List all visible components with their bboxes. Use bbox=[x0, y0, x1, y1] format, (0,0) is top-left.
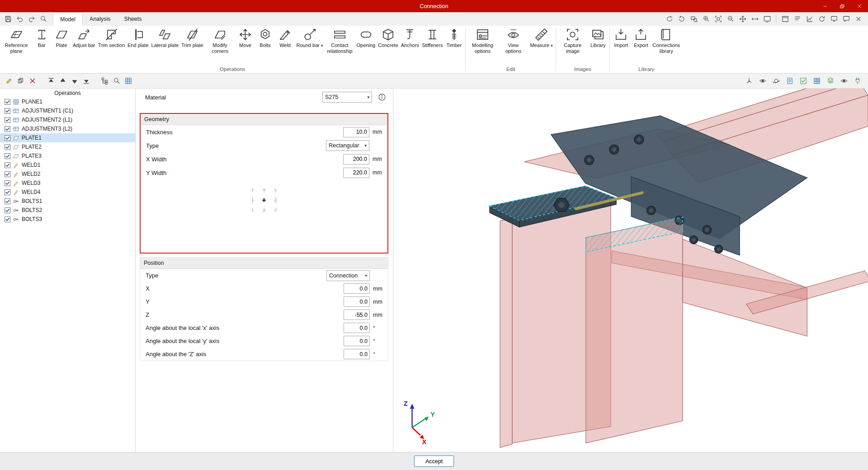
tree-item-bolts1[interactable]: BOLTS1 bbox=[0, 197, 135, 206]
ribbon-button-library[interactable]: Library bbox=[588, 27, 608, 49]
tree-item-adjustment1-c1[interactable]: ADJUSTMENT1 (C1) bbox=[0, 106, 135, 115]
angle-about-the-z-axis-input[interactable] bbox=[344, 349, 370, 359]
ribbon-button-concrete[interactable]: Concrete bbox=[377, 27, 400, 49]
ribbon-button-round-bar[interactable]: Round bar ▾ bbox=[295, 27, 325, 50]
thickness-input[interactable] bbox=[343, 127, 369, 137]
checkbox[interactable] bbox=[5, 189, 10, 195]
3d-model-canvas[interactable]: Z Y X bbox=[393, 89, 868, 452]
tab-sheets[interactable]: Sheets bbox=[118, 12, 149, 26]
tree-item-plate2[interactable]: PLATE2 bbox=[0, 142, 135, 151]
anchor-cell-1[interactable]: ┬ bbox=[258, 184, 270, 195]
ribbon-button-reference-plane[interactable]: Reference plane bbox=[1, 27, 32, 55]
ribbon-button-capture-image[interactable]: Capture image bbox=[557, 27, 588, 55]
tree-item-plane1[interactable]: PLANE1 bbox=[0, 97, 135, 106]
redo-button[interactable] bbox=[26, 14, 37, 24]
checkbox[interactable] bbox=[5, 126, 10, 132]
checkbox[interactable] bbox=[5, 144, 10, 150]
close-panel-button[interactable] bbox=[853, 14, 863, 24]
ribbon-button-lateral-plate[interactable]: Lateral plate bbox=[150, 27, 180, 49]
minimize-button[interactable] bbox=[816, 0, 834, 12]
tree-item-weld4[interactable]: WELD4 bbox=[0, 188, 135, 197]
save-button[interactable] bbox=[3, 14, 13, 24]
ribbon-button-weld[interactable]: Weld bbox=[275, 27, 295, 49]
frame-button[interactable] bbox=[780, 14, 790, 24]
tree-item-weld1[interactable]: WELD1 bbox=[0, 160, 135, 169]
comment-button[interactable] bbox=[841, 14, 851, 24]
eye-button[interactable] bbox=[757, 76, 768, 86]
type-select[interactable]: Rectangular▾ bbox=[326, 140, 369, 151]
ribbon-button-modelling-options[interactable]: Modelling options bbox=[467, 27, 498, 55]
tab-analysis[interactable]: Analysis bbox=[83, 12, 118, 26]
ribbon-button-contact-relationship[interactable]: Contact relationship bbox=[325, 27, 355, 55]
z-input[interactable] bbox=[344, 310, 370, 320]
checkbox[interactable] bbox=[5, 162, 10, 168]
move-up-button[interactable] bbox=[57, 76, 68, 86]
copy-button[interactable] bbox=[15, 76, 26, 86]
delete-button[interactable] bbox=[27, 76, 38, 86]
eye2-button[interactable] bbox=[839, 76, 849, 86]
anchor-cell-3[interactable]: ├ bbox=[246, 195, 258, 206]
report-button[interactable] bbox=[784, 76, 795, 86]
tree-item-plate1[interactable]: PLATE1 bbox=[0, 133, 135, 142]
checkbox[interactable] bbox=[5, 171, 10, 177]
anchor-cell-4[interactable]: + bbox=[258, 195, 270, 206]
ribbon-button-move[interactable]: Move bbox=[236, 27, 255, 49]
anchor-cell-7[interactable]: ┴ bbox=[258, 206, 270, 216]
anchor-cell-6[interactable]: └ bbox=[246, 206, 258, 216]
ribbon-button-export[interactable]: Export bbox=[631, 27, 651, 49]
y-width-input[interactable] bbox=[343, 168, 369, 178]
material-select[interactable]: S275 ▾ bbox=[322, 92, 372, 103]
refresh-button[interactable] bbox=[816, 14, 827, 24]
anchor-cell-2[interactable]: ┐ bbox=[270, 184, 282, 195]
close-button[interactable] bbox=[851, 0, 868, 12]
tree-item-plate3[interactable]: PLATE3 bbox=[0, 151, 135, 160]
tree-item-adjustment2-l1[interactable]: ADJUSTMENT2 (L1) bbox=[0, 115, 135, 124]
move-view-button[interactable] bbox=[750, 14, 760, 24]
anchor-cell-8[interactable]: ┘ bbox=[270, 206, 282, 216]
y-input[interactable] bbox=[344, 296, 370, 307]
ribbon-button-end-plate[interactable]: End plate bbox=[126, 27, 150, 49]
axes-button[interactable] bbox=[744, 76, 754, 86]
undo-button[interactable] bbox=[14, 14, 25, 24]
orbit-button[interactable] bbox=[771, 76, 781, 86]
x-width-input[interactable] bbox=[343, 154, 369, 164]
monitor-button[interactable] bbox=[829, 14, 839, 24]
type-select[interactable]: Connection▾ bbox=[326, 270, 370, 281]
angle-about-the-local-y-axis-input[interactable] bbox=[344, 336, 370, 346]
group-tree-button[interactable] bbox=[99, 76, 110, 86]
tree-item-bolts2[interactable]: BOLTS2 bbox=[0, 206, 135, 215]
zoom-extents-button[interactable] bbox=[713, 14, 723, 24]
ribbon-button-bar[interactable]: Bar bbox=[32, 27, 52, 49]
move-top-button[interactable] bbox=[46, 76, 56, 86]
notes-button[interactable] bbox=[792, 14, 802, 24]
connector-button[interactable] bbox=[852, 76, 863, 86]
x-input[interactable] bbox=[344, 283, 370, 294]
tree-item-bolts3[interactable]: BOLTS3 bbox=[0, 215, 135, 224]
search-button[interactable] bbox=[111, 76, 122, 86]
ribbon-button-bolts[interactable]: Bolts bbox=[255, 27, 275, 49]
pan-button[interactable] bbox=[737, 14, 748, 24]
restore-button[interactable] bbox=[834, 0, 851, 12]
ribbon-button-plate[interactable]: Plate bbox=[52, 27, 71, 49]
table-button[interactable] bbox=[811, 76, 822, 86]
fit-screen-button[interactable] bbox=[762, 14, 772, 24]
info-icon[interactable] bbox=[377, 93, 387, 102]
checkbox[interactable] bbox=[5, 117, 10, 123]
angle-about-the-local-x-axis-input[interactable] bbox=[344, 323, 370, 333]
ribbon-button-trim-plate[interactable]: Trim plate bbox=[180, 27, 205, 49]
accept-button[interactable]: Accept bbox=[414, 456, 454, 467]
chart-button[interactable] bbox=[804, 14, 815, 24]
checkbox[interactable] bbox=[5, 153, 10, 159]
ribbon-button-connections-library[interactable]: Connections library bbox=[651, 27, 682, 55]
grid-settings-button[interactable] bbox=[123, 76, 133, 86]
zoom-refresh-button[interactable] bbox=[701, 14, 711, 24]
ribbon-button-adjust-bar[interactable]: Adjust bar bbox=[71, 27, 97, 49]
tree-item-weld3[interactable]: WELD3 bbox=[0, 179, 135, 188]
ribbon-button-timber[interactable]: Timber bbox=[444, 27, 464, 49]
ribbon-button-view-options[interactable]: View options bbox=[498, 27, 528, 55]
zoom-window-button[interactable] bbox=[689, 14, 699, 24]
ribbon-button-trim-section[interactable]: Trim section bbox=[97, 27, 127, 49]
checkbox[interactable] bbox=[5, 135, 10, 141]
tree-item-weld2[interactable]: WELD2 bbox=[0, 169, 135, 179]
ribbon-button-stiffeners[interactable]: Stiffeners bbox=[420, 27, 444, 49]
